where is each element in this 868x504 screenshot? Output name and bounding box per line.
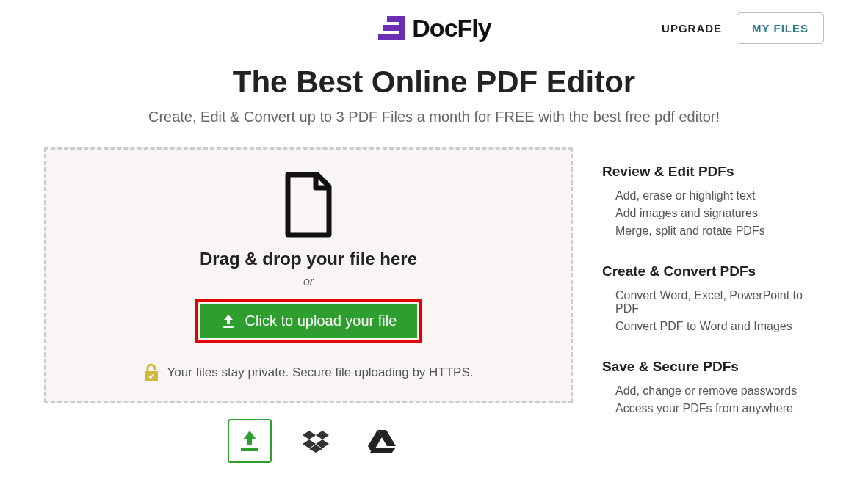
svg-rect-4 xyxy=(223,326,234,328)
upload-button-highlight: Click to upload your file xyxy=(195,299,422,343)
upload-local-icon xyxy=(236,428,263,454)
main-content: Drag & drop your file here or Click to u… xyxy=(0,147,868,463)
sidebar-item: Convert Word, Excel, PowerPoint to PDF xyxy=(602,287,824,318)
svg-rect-3 xyxy=(399,16,405,40)
sidebar-section-save: Save & Secure PDFs Add, change or remove… xyxy=(602,359,824,417)
or-text: or xyxy=(61,275,556,288)
file-icon xyxy=(282,172,335,238)
page-title: The Best Online PDF Editor xyxy=(44,65,824,100)
dropbox-icon xyxy=(303,429,329,453)
docfly-logo-icon xyxy=(377,13,406,43)
features-sidebar: Review & Edit PDFs Add, erase or highlig… xyxy=(602,147,824,463)
secure-row: Your files stay private. Secure file upl… xyxy=(61,363,556,382)
upload-icon xyxy=(220,313,236,329)
source-googledrive-button[interactable] xyxy=(360,419,404,463)
sidebar-heading: Save & Secure PDFs xyxy=(602,359,824,375)
sidebar-item: Add, change or remove passwords xyxy=(602,382,824,400)
source-dropbox-button[interactable] xyxy=(294,419,338,463)
my-files-button[interactable]: MY FILES xyxy=(737,12,824,44)
upload-source-row xyxy=(44,419,573,463)
sidebar-section-create: Create & Convert PDFs Convert Word, Exce… xyxy=(602,263,824,335)
source-local-button[interactable] xyxy=(228,419,272,463)
dropzone[interactable]: Drag & drop your file here or Click to u… xyxy=(44,147,573,403)
google-drive-icon xyxy=(368,428,396,453)
lock-icon xyxy=(143,363,159,382)
sidebar-item: Add, erase or highlight text xyxy=(602,187,824,205)
sidebar-heading: Create & Convert PDFs xyxy=(602,263,824,280)
upload-button-label: Click to upload your file xyxy=(245,313,397,329)
sidebar-section-review: Review & Edit PDFs Add, erase or highlig… xyxy=(602,164,824,240)
page-subtitle: Create, Edit & Convert up to 3 PDF Files… xyxy=(44,109,824,125)
brand-name: DocFly xyxy=(412,14,491,43)
upgrade-link[interactable]: UPGRADE xyxy=(662,22,722,34)
sidebar-heading: Review & Edit PDFs xyxy=(602,164,824,180)
logo[interactable]: DocFly xyxy=(377,13,491,43)
hero: The Best Online PDF Editor Create, Edit … xyxy=(0,50,868,147)
dropzone-column: Drag & drop your file here or Click to u… xyxy=(44,147,573,463)
header: DocFly UPGRADE MY FILES xyxy=(0,0,868,50)
upload-button[interactable]: Click to upload your file xyxy=(200,304,418,338)
sidebar-item: Access your PDFs from anywhere xyxy=(602,400,824,417)
sidebar-item: Convert PDF to Word and Images xyxy=(602,318,824,335)
sidebar-item: Merge, split and rotate PDFs xyxy=(602,222,824,240)
svg-rect-6 xyxy=(241,448,258,451)
drag-drop-text: Drag & drop your file here xyxy=(61,249,556,269)
secure-text: Your files stay private. Secure file upl… xyxy=(167,365,473,380)
header-nav: UPGRADE MY FILES xyxy=(662,12,824,44)
sidebar-item: Add images and signatures xyxy=(602,205,824,222)
